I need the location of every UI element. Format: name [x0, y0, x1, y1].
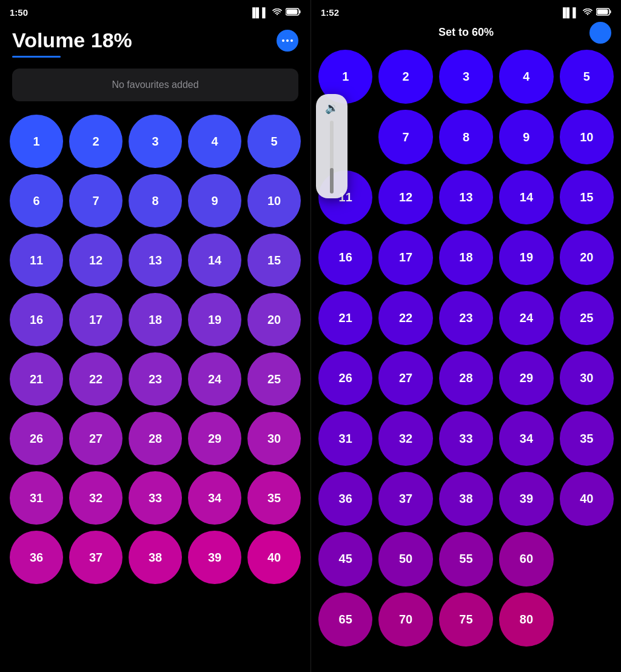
circle-right-55[interactable]: 55	[439, 532, 493, 586]
circle-right-38[interactable]: 38	[439, 472, 493, 526]
circle-21[interactable]: 21	[10, 352, 63, 406]
circle-right-80[interactable]: 80	[499, 593, 553, 647]
circle-right-50[interactable]: 50	[378, 532, 432, 586]
circle-36[interactable]: 36	[10, 531, 63, 584]
circle-right-18[interactable]: 18	[439, 230, 493, 284]
circle-right-8[interactable]: 8	[439, 110, 493, 164]
circle-20[interactable]: 20	[247, 293, 301, 346]
circle-38[interactable]: 38	[129, 531, 182, 584]
circle-32[interactable]: 32	[69, 471, 123, 525]
circle-29[interactable]: 29	[188, 412, 241, 465]
circle-right-20[interactable]: 20	[560, 230, 614, 284]
circle-right-3[interactable]: 3	[439, 50, 493, 104]
circle-8[interactable]: 8	[129, 174, 182, 227]
more-button-right[interactable]	[589, 22, 611, 44]
circle-right-31[interactable]: 31	[318, 411, 372, 465]
grid-right: 1234578910111213141516171819202122232425…	[311, 46, 621, 672]
circle-5[interactable]: 5	[247, 115, 301, 168]
circle-27[interactable]: 27	[69, 412, 123, 465]
circle-right-36[interactable]: 36	[318, 472, 372, 526]
circle-right-9[interactable]: 9	[499, 110, 553, 164]
circle-28[interactable]: 28	[129, 412, 182, 465]
circle-24[interactable]: 24	[188, 352, 241, 406]
circle-33[interactable]: 33	[129, 471, 182, 525]
circle-16[interactable]: 16	[10, 293, 63, 346]
circle-right-45[interactable]: 45	[318, 532, 372, 586]
circle-right-39[interactable]: 39	[499, 472, 553, 526]
circle-right-35[interactable]: 35	[560, 411, 614, 465]
circle-right-27[interactable]: 27	[378, 351, 432, 405]
circle-right-12[interactable]: 12	[378, 170, 432, 224]
grid-left: 1234567891011121314151617181920212223242…	[0, 109, 310, 672]
circle-9[interactable]: 9	[188, 174, 241, 227]
circle-right-25[interactable]: 25	[560, 291, 614, 345]
circle-right-40[interactable]: 40	[560, 472, 614, 526]
circle-right-26[interactable]: 26	[318, 351, 372, 405]
circle-right-60[interactable]: 60	[499, 532, 553, 586]
status-icons-right: ▐▌▌	[560, 7, 611, 18]
status-bar-left: 1:50 ▐▌▌	[0, 0, 310, 22]
circle-3[interactable]: 3	[129, 115, 182, 168]
circle-right-22[interactable]: 22	[378, 291, 432, 345]
battery-icon-left	[286, 7, 301, 18]
circle-right-37[interactable]: 37	[378, 472, 432, 526]
circle-right-70[interactable]: 70	[378, 593, 432, 647]
circle-right-14[interactable]: 14	[499, 170, 553, 224]
circle-right-33[interactable]: 33	[439, 411, 493, 465]
circle-12[interactable]: 12	[69, 234, 123, 287]
circle-right-5[interactable]: 5	[560, 50, 614, 104]
circle-right-4[interactable]: 4	[499, 50, 553, 104]
svg-rect-5	[610, 10, 611, 13]
circle-11[interactable]: 11	[10, 234, 63, 287]
favourites-empty-text: No favourites added	[112, 79, 198, 90]
volume-slider-overlay[interactable]: 🔉	[316, 94, 347, 198]
circle-10[interactable]: 10	[247, 174, 301, 227]
circle-30[interactable]: 30	[247, 412, 301, 465]
circle-right-7[interactable]: 7	[378, 110, 432, 164]
circle-right-29[interactable]: 29	[499, 351, 553, 405]
circle-34[interactable]: 34	[188, 471, 241, 525]
circle-22[interactable]: 22	[69, 352, 123, 406]
more-button-left[interactable]	[277, 30, 298, 52]
circle-1[interactable]: 1	[10, 115, 63, 168]
circle-right-19[interactable]: 19	[499, 230, 553, 284]
circle-right-17[interactable]: 17	[378, 230, 432, 284]
circle-right-75[interactable]: 75	[439, 593, 493, 647]
circle-14[interactable]: 14	[188, 234, 241, 287]
volume-title: Volume 18%	[12, 29, 132, 52]
circle-39[interactable]: 39	[188, 531, 241, 584]
circle-31[interactable]: 31	[10, 471, 63, 525]
circle-17[interactable]: 17	[69, 293, 123, 346]
circle-25[interactable]: 25	[247, 352, 301, 406]
circle-37[interactable]: 37	[69, 531, 123, 584]
circle-right-65[interactable]: 65	[318, 593, 372, 647]
circle-right-24[interactable]: 24	[499, 291, 553, 345]
circle-right-16[interactable]: 16	[318, 230, 372, 284]
circle-23[interactable]: 23	[129, 352, 182, 406]
circle-4[interactable]: 4	[188, 115, 241, 168]
circle-26[interactable]: 26	[10, 412, 63, 465]
status-bar-right: 1:52 ▐▌▌	[311, 0, 621, 22]
circle-35[interactable]: 35	[247, 471, 301, 525]
circle-13[interactable]: 13	[129, 234, 182, 287]
circle-right-13[interactable]: 13	[439, 170, 493, 224]
circle-right-2[interactable]: 2	[378, 50, 432, 104]
circle-right-21[interactable]: 21	[318, 291, 372, 345]
circle-right-10[interactable]: 10	[560, 110, 614, 164]
circle-15[interactable]: 15	[247, 234, 301, 287]
circle-6[interactable]: 6	[10, 174, 63, 227]
circle-right-15[interactable]: 15	[560, 170, 614, 224]
circle-right-30[interactable]: 30	[560, 351, 614, 405]
circle-2[interactable]: 2	[69, 115, 123, 168]
circle-right-23[interactable]: 23	[439, 291, 493, 345]
circle-18[interactable]: 18	[129, 293, 182, 346]
circle-right-32[interactable]: 32	[378, 411, 432, 465]
status-icons-left: ▐▌▌	[249, 7, 301, 18]
circle-40[interactable]: 40	[247, 531, 301, 584]
speaker-icon: 🔉	[323, 99, 341, 117]
circle-7[interactable]: 7	[69, 174, 123, 227]
slider-track[interactable]	[330, 121, 334, 193]
circle-19[interactable]: 19	[188, 293, 241, 346]
circle-right-34[interactable]: 34	[499, 411, 553, 465]
circle-right-28[interactable]: 28	[439, 351, 493, 405]
